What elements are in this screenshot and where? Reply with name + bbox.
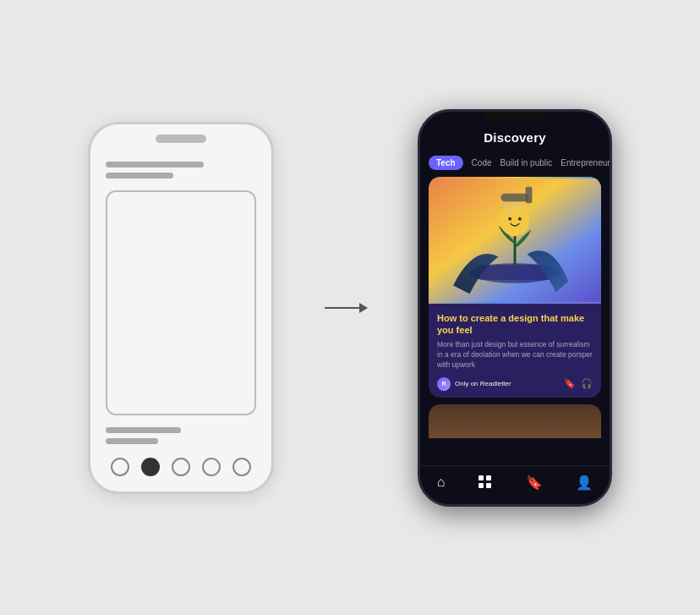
card-image [429,177,601,304]
svg-rect-7 [500,193,528,201]
svg-point-13 [506,210,508,211]
page-title: Discovery [484,130,546,145]
svg-point-11 [514,203,517,206]
svg-point-12 [518,206,521,208]
wireframe-nav-dots [111,458,251,476]
nav-dot-3[interactable] [172,458,190,476]
nav-user-icon[interactable]: 👤 [576,475,593,491]
left-phone [88,122,274,494]
tab-build-in-public[interactable]: Build in public [500,158,553,167]
transition-arrow [325,307,367,309]
svg-point-10 [509,206,511,209]
right-phone: Discovery Tech Code Build in public Entr… [418,109,612,507]
nav-bookmark-icon[interactable]: 🔖 [526,475,543,491]
card-body: How to create a design that make you fee… [429,304,601,398]
content-scroll: How to create a design that make you fee… [420,177,610,465]
card-footer: R Only on Readletter 🔖 🎧 [437,377,593,391]
arrow-container [325,307,367,309]
next-card-image [429,404,601,438]
left-phone-notch [156,135,206,143]
featured-card[interactable]: How to create a design that make you fee… [429,177,601,398]
author-avatar: R [437,377,451,391]
next-card-peek [429,404,601,438]
wireframe-top-lines [106,162,256,178]
nav-dot-2[interactable] [141,458,160,476]
card-description: More than just design but essence of sur… [437,340,593,371]
tab-entrepreneurship[interactable]: Entrepreneurhsi [561,158,610,167]
card-author: R Only on Readletter [437,377,511,391]
wireframe-line-4 [106,438,158,444]
author-label: Only on Readletter [455,380,511,387]
wireframe-card [106,190,256,415]
headphones-icon[interactable]: 🎧 [581,378,593,389]
wireframe-bottom-lines [106,427,256,444]
svg-point-6 [518,217,522,220]
svg-point-14 [517,209,518,211]
svg-point-4 [500,206,530,236]
wireframe-line-3 [106,427,181,433]
wireframe-line-2 [106,173,173,178]
category-tabs[interactable]: Tech Code Build in public Entrepreneurhs… [420,151,610,177]
tab-code[interactable]: Code [472,158,492,167]
svg-rect-8 [526,186,533,202]
card-actions[interactable]: 🔖 🎧 [564,378,593,389]
card-title: How to create a design that make you fee… [437,312,593,337]
bottom-nav[interactable]: ⌂ 🔖 👤 [420,465,610,504]
tab-tech[interactable]: Tech [429,156,463,170]
nav-dot-4[interactable] [202,458,221,476]
right-phone-notch [485,112,544,122]
nav-home-icon[interactable]: ⌂ [437,475,446,490]
card-illustration [429,177,601,304]
nav-grid-icon[interactable] [479,475,492,489]
nav-dot-5[interactable] [232,458,251,476]
svg-point-9 [504,204,506,206]
nav-dot-1[interactable] [111,458,129,476]
wireframe-line-1 [106,162,204,167]
svg-point-5 [508,217,511,220]
bookmark-icon[interactable]: 🔖 [564,378,576,389]
